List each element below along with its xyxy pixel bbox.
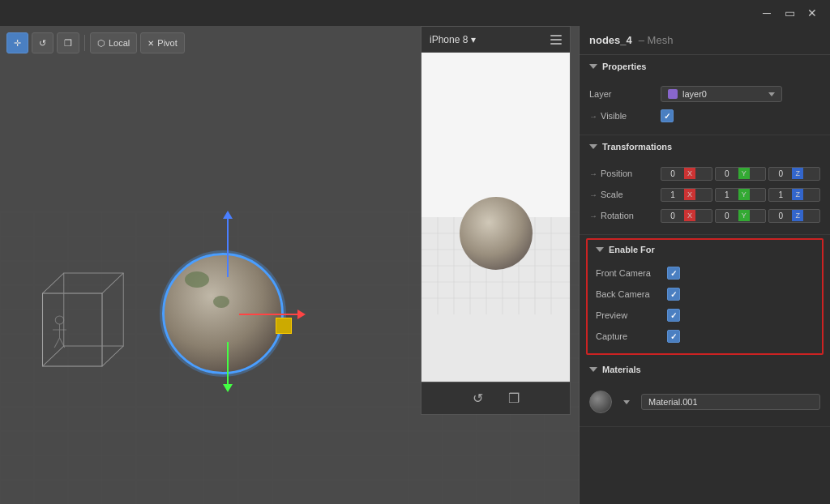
visible-arrow-icon: →: [589, 112, 597, 121]
properties-section: Properties Layer layer0: [580, 55, 830, 135]
position-row: → Position X Y: [580, 163, 830, 184]
position-z-field: Z: [768, 167, 820, 181]
scale-label: → Scale: [589, 190, 654, 199]
position-y-input[interactable]: [716, 168, 738, 180]
enable-for-body: Front Camera Back Camera Preview: [588, 259, 822, 353]
rotation-inputs: X Y Z: [661, 209, 820, 223]
capture-value: [667, 330, 814, 343]
preview-value: [667, 309, 814, 322]
position-z-input[interactable]: [769, 168, 792, 180]
properties-label: Properties: [602, 62, 646, 71]
position-y-field: Y: [715, 167, 767, 181]
materials-label: Materials: [602, 365, 641, 374]
scale-y-input[interactable]: [716, 189, 738, 201]
minimize-button[interactable]: ─: [755, 2, 778, 24]
transformations-body: → Position X Y: [580, 158, 830, 234]
up-arrow: [227, 212, 229, 277]
device-selector[interactable]: iPhone 8 ▾: [430, 34, 476, 45]
back-camera-value: [667, 288, 814, 301]
move-tool-button[interactable]: ✛: [6, 32, 28, 53]
phone-refresh-button[interactable]: ↺: [468, 389, 488, 408]
yellow-box: [276, 318, 292, 334]
right-arrow: [239, 314, 304, 315]
toolbar-separator: [84, 35, 85, 51]
panel-title: nodes_4: [589, 34, 632, 46]
svg-line-34: [43, 346, 64, 366]
view-button[interactable]: ⬡ Local: [90, 32, 137, 53]
visible-row: → Visible: [580, 105, 830, 126]
layer-value: layer0: [661, 86, 820, 102]
visible-checkbox[interactable]: [661, 109, 674, 122]
x-axis-label: X: [684, 168, 695, 179]
phone-footer: ↺ ❒: [421, 382, 570, 414]
panel-subtitle: – Mesh: [639, 34, 674, 46]
preview-checkbox[interactable]: [667, 309, 680, 322]
properties-header[interactable]: Properties: [580, 55, 830, 78]
rotation-label: → Rotation: [589, 211, 654, 220]
material-row: Material.001: [580, 386, 830, 418]
redo-button[interactable]: ❒: [57, 32, 79, 53]
rotation-x-field: X: [661, 209, 712, 223]
materials-body: Material.001: [580, 381, 830, 426]
phone-menu-button[interactable]: [550, 35, 562, 45]
scale-z-field: Z: [768, 188, 820, 202]
materials-section: Materials Material.001: [580, 358, 830, 427]
z-axis-label: Z: [792, 168, 803, 179]
layer-name: layer0: [682, 89, 707, 99]
rotation-z-input[interactable]: [769, 210, 792, 222]
capture-checkbox[interactable]: [667, 330, 680, 343]
material-dropdown-button[interactable]: [618, 394, 635, 410]
panel-header: nodes_4 – Mesh: [580, 26, 830, 55]
y-axis-label: Y: [738, 168, 750, 179]
layer-row: Layer layer0: [580, 83, 830, 105]
enable-for-section: Enable For Front Camera Back Camera: [586, 238, 824, 355]
front-camera-checkbox[interactable]: [667, 267, 680, 280]
materials-triangle-icon: [589, 367, 597, 372]
down-arrow: [227, 342, 229, 391]
scale-x-input[interactable]: [661, 189, 684, 201]
enable-for-label: Enable For: [609, 245, 655, 254]
properties-body: Layer layer0 →: [580, 78, 830, 135]
transformations-label: Transformations: [602, 142, 672, 152]
restore-button[interactable]: ▭: [778, 2, 801, 24]
viewport: ✛ ↺ ❒ ⬡ Local ✕ Pivot: [0, 26, 579, 504]
rotation-z-axis-label: Z: [792, 210, 803, 221]
rotation-x-input[interactable]: [661, 210, 684, 222]
front-camera-value: [667, 267, 814, 280]
phone-panel-header: iPhone 8 ▾: [421, 27, 570, 53]
undo-button[interactable]: ↺: [32, 32, 53, 53]
material-thumbnail: [589, 391, 612, 413]
back-camera-checkbox[interactable]: [667, 288, 680, 301]
scale-y-field: Y: [715, 188, 767, 202]
material-name: Material.001: [641, 394, 820, 410]
transformations-header[interactable]: Transformations: [580, 135, 830, 158]
position-inputs: X Y Z: [661, 167, 820, 181]
enable-for-header[interactable]: Enable For: [588, 240, 822, 259]
position-x-input[interactable]: [661, 168, 684, 180]
visible-label: → Visible: [589, 111, 654, 121]
layer-color-swatch: [668, 89, 678, 99]
position-x-field: X: [661, 167, 712, 181]
right-panel: nodes_4 – Mesh Properties Layer layer0: [579, 26, 830, 504]
scale-z-axis-label: Z: [792, 189, 803, 200]
preview-label: Preview: [596, 310, 661, 320]
pivot-button[interactable]: ✕ Pivot: [140, 32, 184, 53]
layer-select[interactable]: layer0: [661, 86, 782, 102]
scale-arrow-icon: →: [589, 190, 597, 199]
scale-y-axis-label: Y: [738, 189, 750, 200]
layer-chevron-icon: [768, 92, 775, 96]
transformations-section: Transformations → Position X: [580, 135, 830, 235]
close-button[interactable]: ✕: [801, 2, 824, 24]
properties-triangle-icon: [589, 64, 597, 69]
materials-header[interactable]: Materials: [580, 358, 830, 381]
scale-z-input[interactable]: [769, 189, 792, 201]
phone-capture-button[interactable]: ❒: [504, 389, 524, 408]
svg-line-32: [43, 273, 64, 293]
svg-rect-30: [43, 293, 103, 366]
back-camera-label: Back Camera: [596, 289, 661, 299]
position-label: → Position: [589, 169, 654, 178]
titlebar: ─ ▭ ✕: [0, 0, 830, 26]
main-area: ✛ ↺ ❒ ⬡ Local ✕ Pivot: [0, 26, 830, 504]
back-camera-row: Back Camera: [588, 284, 822, 305]
rotation-y-input[interactable]: [716, 210, 738, 222]
